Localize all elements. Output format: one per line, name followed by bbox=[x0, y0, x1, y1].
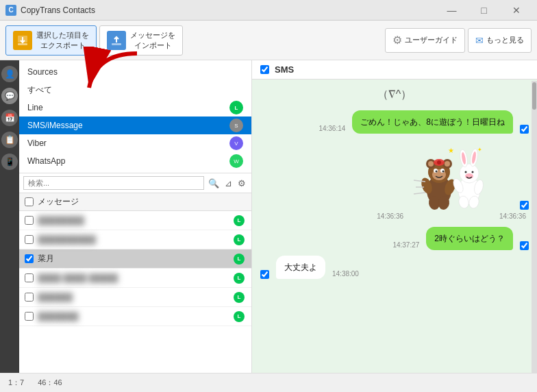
chat-panel: SMS （∇^） 14:36:14 ごめん！じゃあ、8に遊ぼう！日曜日ね bbox=[252, 60, 537, 373]
table-row[interactable]: 菜月 L bbox=[19, 249, 251, 269]
title-bar: C CopyTrans Contacts — □ ✕ bbox=[0, 0, 537, 21]
search-bar: 🔍 ⊿ ⚙ bbox=[19, 173, 251, 193]
user-guide-button[interactable]: ⚙ ユーザーガイド bbox=[385, 28, 465, 53]
message-timestamp: 14:38:00 bbox=[332, 270, 359, 278]
app-icon: C bbox=[5, 5, 16, 16]
toolbar-right: ⚙ ユーザーガイド ✉ もっと見る bbox=[385, 28, 532, 53]
settings-icon[interactable]: ⚙ bbox=[236, 177, 247, 190]
message-checkbox[interactable] bbox=[520, 241, 529, 250]
status-right: 46：46 bbox=[38, 378, 62, 388]
sidebar-notes-icon[interactable]: 📋 bbox=[1, 132, 18, 148]
maximize-button[interactable]: □ bbox=[469, 0, 499, 21]
table-row[interactable]: ██████ L bbox=[19, 288, 251, 307]
table-row[interactable]: ████████ L bbox=[19, 211, 251, 230]
table-row[interactable]: ███████ L bbox=[19, 307, 251, 326]
svg-rect-1 bbox=[18, 43, 27, 45]
whatsapp-badge: W bbox=[229, 154, 243, 168]
message-text: 大丈夫よ bbox=[284, 262, 317, 272]
message-text: ごめん！じゃあ、8に遊ぼう！日曜日ね bbox=[360, 117, 505, 127]
status-left: 1：7 bbox=[8, 378, 24, 388]
line-badge: L bbox=[229, 101, 243, 114]
minimize-button[interactable]: — bbox=[436, 0, 467, 21]
row-checkbox[interactable] bbox=[25, 293, 34, 302]
import-icon bbox=[107, 31, 126, 50]
panel: Sources すべて Line L SMS/iMessage S Viber … bbox=[19, 60, 252, 373]
message-list-header: メッセージ bbox=[19, 193, 251, 211]
export-icon bbox=[13, 31, 32, 50]
message-checkbox[interactable] bbox=[260, 270, 269, 279]
table-row[interactable]: ██████████ L bbox=[19, 230, 251, 249]
sidebar-phone-icon[interactable]: 📱 bbox=[1, 154, 18, 170]
svg-rect-2 bbox=[112, 43, 121, 45]
viber-badge: V bbox=[229, 136, 243, 150]
window-controls: — □ ✕ bbox=[436, 0, 532, 21]
sidebar-message-icon[interactable]: 💬 bbox=[1, 88, 18, 104]
source-item-line[interactable]: Line L bbox=[19, 99, 251, 117]
close-button[interactable]: ✕ bbox=[501, 0, 532, 21]
list-item: 14:36:36 bbox=[260, 139, 529, 221]
message-list-header-label: メッセージ bbox=[38, 196, 79, 208]
import-button[interactable]: メッセージをインポート bbox=[99, 25, 183, 56]
sidebar-calendar-icon[interactable]: 📅 bbox=[1, 110, 18, 126]
chat-header-checkbox[interactable] bbox=[260, 65, 269, 74]
list-item: 大丈夫よ 14:38:00 bbox=[260, 256, 529, 279]
row-checkbox[interactable] bbox=[25, 216, 34, 225]
row-checkbox[interactable] bbox=[25, 254, 34, 263]
message-bubble: 大丈夫よ bbox=[276, 256, 325, 279]
sticker-with-check: 14:36:36 bbox=[374, 139, 529, 221]
chat-header: SMS bbox=[252, 60, 537, 79]
message-with-check: 14:36:14 ごめん！じゃあ、8に遊ぼう！日曜日ね bbox=[316, 110, 529, 134]
row-checkbox[interactable] bbox=[25, 312, 34, 321]
select-all-checkbox[interactable] bbox=[25, 197, 34, 206]
svg-point-7 bbox=[428, 161, 434, 167]
row-text: 菜月 bbox=[38, 253, 232, 265]
search-icon[interactable]: 🔍 bbox=[207, 177, 221, 190]
svg-point-30 bbox=[472, 171, 474, 173]
list-item: 14:37:27 2時ぐらいはどう？ bbox=[260, 227, 529, 250]
scrollbar-thumb[interactable] bbox=[532, 82, 536, 110]
message-list: メッセージ ████████ L ██████████ L 菜月 L bbox=[19, 193, 251, 373]
row-badge: L bbox=[232, 310, 246, 323]
chat-scrollbar[interactable] bbox=[532, 81, 537, 373]
sidebar-avatar-icon[interactable]: 👤 bbox=[1, 66, 18, 82]
main-layout: 👤 💬 📅 📋 📱 Sources すべて Line L SMS/iMessag… bbox=[0, 60, 537, 373]
row-checkbox[interactable] bbox=[25, 235, 34, 244]
filter-icon[interactable]: ⊿ bbox=[223, 177, 234, 190]
chat-header-label: SMS bbox=[275, 64, 294, 75]
export-label: 選択した項目をエクスポート bbox=[36, 30, 89, 50]
message-timestamp: 14:37:27 bbox=[392, 241, 419, 249]
row-checkbox[interactable] bbox=[25, 273, 34, 282]
message-checkbox[interactable] bbox=[520, 125, 529, 134]
export-button[interactable]: 選択した項目をエクスポート bbox=[5, 25, 97, 56]
message-with-check: 14:37:27 2時ぐらいはどう？ bbox=[390, 227, 529, 250]
left-sidebar: 👤 💬 📅 📋 📱 bbox=[0, 60, 19, 373]
svg-point-16 bbox=[437, 160, 441, 164]
message-bubble: ごめん！じゃあ、8に遊ぼう！日曜日ね bbox=[352, 110, 513, 134]
source-item-all[interactable]: すべて bbox=[19, 81, 251, 99]
source-item-viber[interactable]: Viber V bbox=[19, 134, 251, 152]
message-text: 2時ぐらいはどう？ bbox=[434, 234, 505, 243]
table-row[interactable]: ████ ████ █████ L bbox=[19, 269, 251, 288]
row-text: ███████ bbox=[38, 312, 232, 321]
row-text: ██████████ bbox=[38, 235, 232, 245]
gear-icon: ⚙ bbox=[392, 34, 402, 47]
sources-header: Sources bbox=[19, 63, 251, 81]
source-item-whatsapp[interactable]: WhatsApp W bbox=[19, 152, 251, 170]
svg-text:✦: ✦ bbox=[477, 147, 482, 153]
chat-messages[interactable]: （∇^） 14:36:14 ごめん！じゃあ、8に遊ぼう！日曜日ね 14:36:3… bbox=[252, 79, 537, 373]
more-button[interactable]: ✉ もっと見る bbox=[468, 28, 532, 53]
list-item: 14:36:14 ごめん！じゃあ、8に遊ぼう！日曜日ね bbox=[260, 110, 529, 134]
message-bubble: 2時ぐらいはどう？ bbox=[426, 227, 513, 250]
svg-point-14 bbox=[442, 171, 445, 173]
sticker-image: ★ ✦ bbox=[410, 139, 492, 221]
sticker-checkbox[interactable] bbox=[520, 201, 529, 210]
row-text: ████████ bbox=[38, 216, 232, 225]
message-with-check: 大丈夫よ 14:38:00 bbox=[260, 256, 362, 279]
kaomoji-text: （∇^） bbox=[375, 85, 415, 105]
row-badge: L bbox=[232, 233, 246, 247]
source-item-sms[interactable]: SMS/iMessage S bbox=[19, 117, 251, 134]
message-timestamp: 14:36:14 bbox=[319, 125, 345, 132]
row-text: ██████ bbox=[38, 293, 232, 302]
import-label: メッセージをインポート bbox=[130, 30, 175, 50]
search-input[interactable] bbox=[23, 176, 204, 190]
